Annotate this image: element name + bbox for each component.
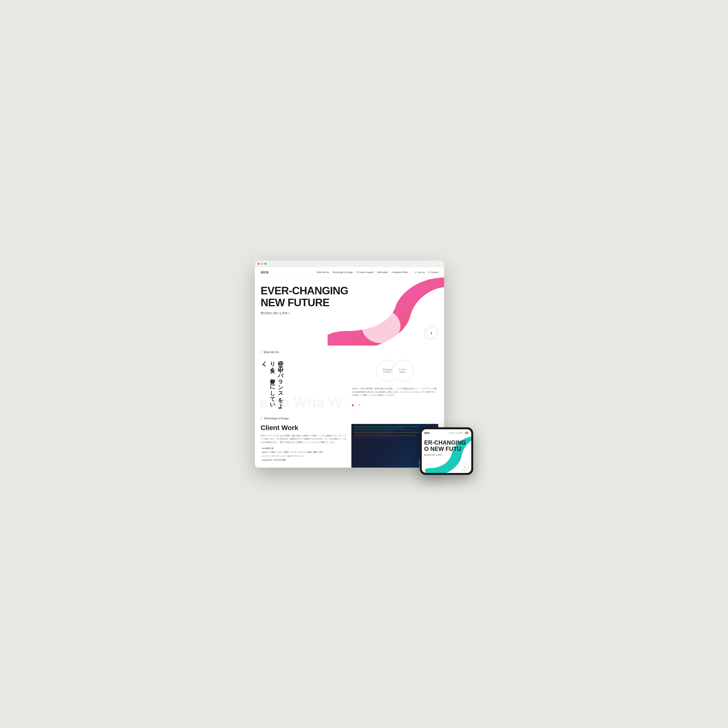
dot-red	[352, 404, 354, 406]
phone-hero: ER-CHANGING O NEW FUTU 変幻自在に新たな未来へ。 SCRO…	[422, 437, 471, 473]
service-item-1: Web戦略立案	[261, 447, 347, 450]
phone-contact-label: Contact	[458, 432, 463, 434]
website: siro What We Do Technology & Design IT C…	[255, 267, 444, 468]
decorative-dots	[352, 402, 438, 408]
what-we-do-title: What We Do	[264, 351, 279, 353]
nav-action-join[interactable]: ✈ Join us	[415, 271, 425, 274]
nav-divider: |	[411, 271, 411, 274]
service-item-3: コンテンツマーケティング、SNSマーケティング	[261, 454, 347, 458]
venn-label-career: IT Care...Suppo...	[398, 367, 408, 375]
browser-chrome	[255, 260, 444, 267]
nav-link-what-we-do[interactable]: What We Do	[317, 271, 329, 274]
arrow-icon: ✈	[415, 271, 417, 274]
hamburger-menu[interactable]	[465, 431, 469, 434]
browser-dot-green	[265, 263, 266, 265]
phone-nav: siro ✈ Join us ✈ Contact	[422, 429, 471, 437]
phone-nav-right: ✈ Join us ✈ Contact	[448, 431, 469, 434]
what-we-do-label: ╱ What We Do	[261, 350, 438, 353]
phone-hero-title: ER-CHANGING O NEW FUTU	[424, 439, 469, 452]
scroll-indicator[interactable]	[426, 327, 437, 338]
slash-icon: ╱	[261, 350, 262, 353]
service-item-4: Google広告 / SNS広告 運用	[261, 458, 347, 462]
venn-circle-career: IT Care...Suppo...	[392, 360, 414, 382]
japanese-text: 世の中のバランスをより良く、豊かにしていく。	[261, 358, 284, 406]
phone-hero-line2: O NEW FUTU	[424, 445, 461, 452]
tech-design-section: ╱ Technology & Design Client Work Webマーケ…	[255, 413, 444, 468]
nav: siro What We Do Technology & Design IT C…	[255, 267, 444, 278]
what-we-do-right: Technology & Design IT Care...Suppo... 1…	[352, 358, 438, 408]
phone-contact-icon: ✈	[456, 432, 457, 434]
phone-scroll-icon	[464, 466, 466, 468]
hero-section: EVER-CHANGING NEW FUTURE 変幻自在に新たな未来へ。 SC…	[255, 278, 444, 346]
dot-yellow	[359, 404, 360, 406]
hero-title-line2: NEW FUTURE	[261, 297, 329, 309]
nav-logo: siro	[261, 270, 269, 274]
scene: siro What We Do Technology & Design IT C…	[255, 260, 473, 468]
client-work-title: Client Work	[261, 424, 347, 432]
send-icon: ✈	[428, 271, 430, 274]
tech-design-title: Technology & Design	[264, 417, 289, 420]
phone-contact[interactable]: ✈ Contact	[456, 432, 463, 434]
mobile-phone: siro ✈ Join us ✈ Contact	[420, 427, 473, 475]
phone-join-icon: ✈	[448, 432, 450, 434]
phone-hero-line1: ER-CHANGING	[424, 439, 466, 446]
venn-diagram: Technology & Design IT Care...Suppo...	[352, 360, 438, 382]
nav-join-label: Join us	[418, 271, 425, 274]
hamburger-line-2	[465, 433, 468, 433]
what-we-do-left: 世の中のバランスをより良く、豊かにしていく。	[261, 358, 347, 406]
browser-dot-red	[258, 263, 260, 265]
service-list: Web戦略立案 Webサイト制作 / メディア制作 / ランディングページ制作 …	[261, 447, 347, 462]
browser-dot-yellow	[261, 263, 263, 265]
nav-links: What We Do Technology & Design IT Career…	[317, 271, 438, 274]
phone-join-label: Join us	[450, 432, 455, 434]
phone-screen: siro ✈ Join us ✈ Contact	[422, 429, 471, 473]
phone-scroll-indicator[interactable]	[462, 464, 468, 471]
what-we-do-section: ╱ What We Do 世の中のバランスをより良く、豊かにしていく。 Tech…	[255, 346, 444, 413]
nav-link-tech[interactable]: Technology & Design	[332, 271, 353, 274]
phone-join[interactable]: ✈ Join us	[448, 432, 455, 434]
what-we-do-content: 世の中のバランスをより良く、豊かにしていく。 Technology & Desi…	[261, 358, 438, 408]
nav-contact-label: Contact	[431, 271, 438, 274]
hero-subtitle: 変幻自在に新たな未来へ。	[261, 311, 438, 315]
tech-design-label: ╱ Technology & Design	[261, 417, 438, 420]
hamburger-line-1	[465, 432, 468, 433]
client-work-area: Client Work Webマーケティングにおける戦略・施策立案から各種サイト…	[261, 424, 438, 468]
phone-hero-subtitle: 変幻自在に新たな未来へ。	[424, 454, 469, 456]
service-item-2: Webサイト制作 / メディア制作 / ランディングページ制作 / 運用・保守	[261, 450, 347, 454]
hamburger-line-3	[465, 434, 468, 434]
nav-action-contact[interactable]: ✈ Contact	[428, 271, 438, 274]
phone-logo: siro	[424, 431, 430, 434]
what-we-do-body: 100年に一度の大変革期。多様な働き方を支援し、シゴトの価値を高めるべく、クライ…	[352, 387, 438, 397]
scroll-down-icon	[430, 332, 433, 334]
slash-icon-2: ╱	[261, 417, 262, 420]
nav-link-career[interactable]: IT Career Support	[356, 271, 374, 274]
venn-label-tech: Technology & Design	[381, 367, 393, 375]
desktop-browser: siro What We Do Technology & Design IT C…	[255, 260, 444, 468]
client-work-left: Client Work Webマーケティングにおける戦略・施策立案から各種サイト…	[261, 424, 347, 462]
nav-link-profile[interactable]: Company Profile	[392, 271, 408, 274]
nav-link-info[interactable]: Information	[377, 271, 388, 274]
hero-title: EVER-CHANGING NEW FUTURE	[261, 285, 362, 309]
hero-title-line1: EVER-CHANGING	[261, 284, 348, 297]
client-work-desc: Webマーケティングにおける戦略・施策立案から各種サイト制作・システム開発までワ…	[261, 434, 347, 444]
